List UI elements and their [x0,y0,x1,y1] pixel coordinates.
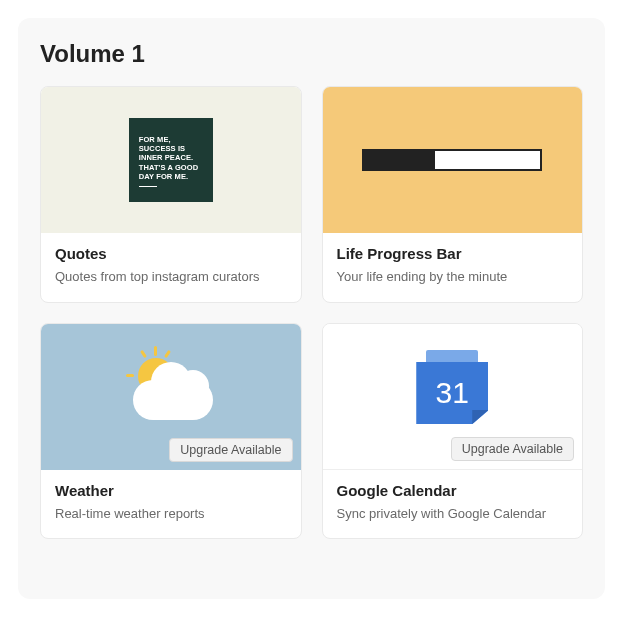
card-calendar[interactable]: 31 Upgrade Available Google Calendar Syn… [322,323,584,540]
section-title: Volume 1 [40,40,583,68]
card-desc: Your life ending by the minute [337,268,569,286]
card-title: Google Calendar [337,482,569,499]
quote-text: FOR ME, SUCCESS IS INNER PEACE. THAT'S A… [139,135,203,182]
volume-panel: Volume 1 FOR ME, SUCCESS IS INNER PEACE.… [18,18,605,599]
card-calendar-body: Google Calendar Sync privately with Goog… [323,470,583,539]
card-weather[interactable]: Upgrade Available Weather Real-time weat… [40,323,302,540]
card-grid: FOR ME, SUCCESS IS INNER PEACE. THAT'S A… [40,86,583,539]
card-weather-body: Weather Real-time weather reports [41,470,301,539]
card-progress-body: Life Progress Bar Your life ending by th… [323,233,583,302]
card-desc: Quotes from top instagram curators [55,268,287,286]
card-quotes[interactable]: FOR ME, SUCCESS IS INNER PEACE. THAT'S A… [40,86,302,303]
card-title: Life Progress Bar [337,245,569,262]
card-quotes-thumb: FOR ME, SUCCESS IS INNER PEACE. THAT'S A… [41,87,301,233]
upgrade-badge[interactable]: Upgrade Available [169,438,292,462]
weather-icon [111,352,231,442]
calendar-hanger-icon [426,350,478,364]
card-progress[interactable]: Life Progress Bar Your life ending by th… [322,86,584,303]
upgrade-badge[interactable]: Upgrade Available [451,437,574,461]
card-title: Quotes [55,245,287,262]
progress-bar-fill-icon [364,151,434,169]
quote-icon: FOR ME, SUCCESS IS INNER PEACE. THAT'S A… [129,118,213,202]
card-progress-thumb [323,87,583,233]
calendar-icon: 31 [416,360,488,432]
card-title: Weather [55,482,287,499]
card-desc: Sync privately with Google Calendar [337,505,569,523]
card-quotes-body: Quotes Quotes from top instagram curator… [41,233,301,302]
quote-underline-icon [139,186,157,187]
cloud-icon [133,380,213,420]
card-calendar-thumb: 31 Upgrade Available [323,324,583,470]
progress-bar-icon [362,149,542,171]
card-weather-thumb: Upgrade Available [41,324,301,470]
card-desc: Real-time weather reports [55,505,287,523]
